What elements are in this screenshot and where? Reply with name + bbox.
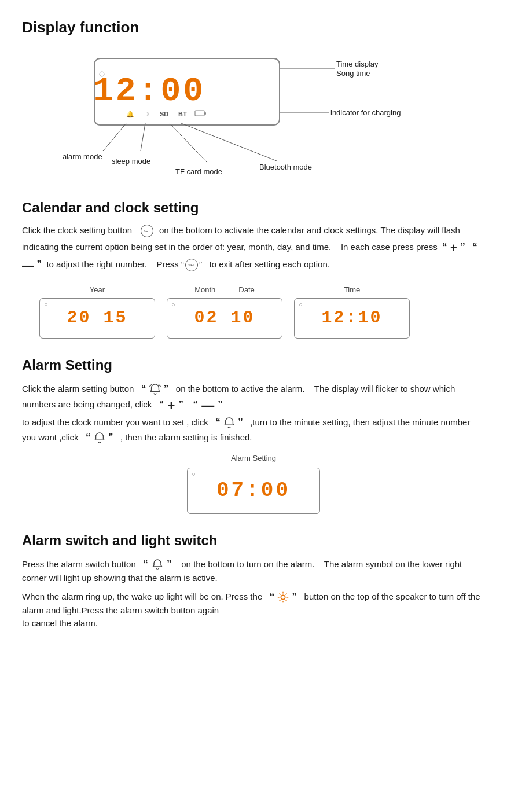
month-label: Month <box>194 284 215 296</box>
sun-icon <box>277 591 289 604</box>
svg-line-23 <box>159 384 160 386</box>
alarm-switch-title: Alarm switch and light switch <box>22 530 485 551</box>
calendar-paragraph: Click the clock setting button on the bo… <box>22 224 485 274</box>
alarm-switch-section: Alarm switch and light switch Press the … <box>22 530 485 630</box>
alarm-icon-2 <box>223 417 236 429</box>
svg-text:BT: BT <box>178 111 187 117</box>
svg-rect-8 <box>204 112 206 115</box>
year-dot <box>45 303 47 306</box>
svg-text:☽: ☽ <box>144 111 149 117</box>
year-digits: 20 15 <box>67 305 127 331</box>
svg-line-31 <box>286 594 287 595</box>
display-function-title: Display function <box>22 16 485 39</box>
month-dot <box>172 303 175 306</box>
svg-text:Time display: Time display <box>336 60 379 68</box>
year-display: 20 15 <box>39 298 155 339</box>
svg-text:SD: SD <box>160 111 168 117</box>
month-display: 02 10 <box>167 298 282 339</box>
display-diagram-svg: 12:00 🔔 ☽ SD BT Time display Song time i… <box>28 48 479 181</box>
month-digits: 02 10 <box>194 305 255 331</box>
calendar-title: Calendar and clock setting <box>22 197 485 218</box>
display-function-section: Display function 12:00 🔔 ☽ SD BT Time <box>22 16 485 181</box>
year-label: Year <box>90 284 105 296</box>
alarm-diagram-label: Alarm Setting <box>231 453 276 464</box>
svg-line-14 <box>103 123 126 151</box>
alarm-icon-3 <box>93 432 106 444</box>
svg-text:indicator for charging: indicator for charging <box>330 108 401 117</box>
svg-text:Bluetooth mode: Bluetooth mode <box>259 163 312 171</box>
svg-text:Song time: Song time <box>336 69 370 78</box>
svg-text:🔔: 🔔 <box>126 110 134 118</box>
time-display: 12:10 <box>294 298 410 339</box>
year-block: Year 20 15 <box>39 284 155 339</box>
display-diagram: 12:00 🔔 ☽ SD BT Time display Song time i… <box>22 48 485 181</box>
alarm-setting-section: Alarm Setting Click the alarm setting bu… <box>22 355 485 514</box>
svg-point-24 <box>281 595 285 599</box>
svg-line-18 <box>170 123 207 163</box>
calendar-diagrams: Year 20 15 Month Date 02 10 Time 12:10 <box>39 284 485 339</box>
time-block: Time 12:10 <box>294 284 410 339</box>
time-digits: 12:10 <box>321 305 382 331</box>
alarm-switch-paragraph2: When the alarm ring up, the wake up ligh… <box>22 589 485 630</box>
svg-text:sleep mode: sleep mode <box>112 157 150 166</box>
alarm-display-box: 07:00 <box>187 468 320 514</box>
svg-text:alarm mode: alarm mode <box>63 152 102 161</box>
calendar-section: Calendar and clock setting Click the clo… <box>22 197 485 339</box>
svg-text:12:00: 12:00 <box>93 72 205 110</box>
alarm-paragraph: Click the alarm setting button “ ” on th… <box>22 381 485 445</box>
time-label: Time <box>344 284 360 296</box>
svg-line-30 <box>286 600 287 601</box>
bell-icon <box>150 558 164 572</box>
date-label: Date <box>238 284 254 296</box>
svg-line-16 <box>141 123 145 151</box>
svg-text:TF card mode: TF card mode <box>175 167 222 176</box>
alarm-switch-paragraph1: Press the alarm switch button “ ” on the… <box>22 557 485 585</box>
month-date-block: Month Date 02 10 <box>167 284 282 339</box>
svg-line-32 <box>280 600 281 601</box>
alarm-diagram: Alarm Setting 07:00 <box>22 453 485 514</box>
alarm-icon-inline <box>149 383 161 396</box>
svg-line-22 <box>149 384 151 386</box>
time-dot <box>299 303 302 306</box>
set-icon <box>141 225 153 237</box>
set-icon-2 <box>185 259 198 271</box>
alarm-dot <box>192 473 195 476</box>
svg-line-29 <box>280 594 281 595</box>
svg-line-20 <box>181 123 277 161</box>
alarm-digits: 07:00 <box>216 475 291 506</box>
alarm-setting-title: Alarm Setting <box>22 355 485 376</box>
